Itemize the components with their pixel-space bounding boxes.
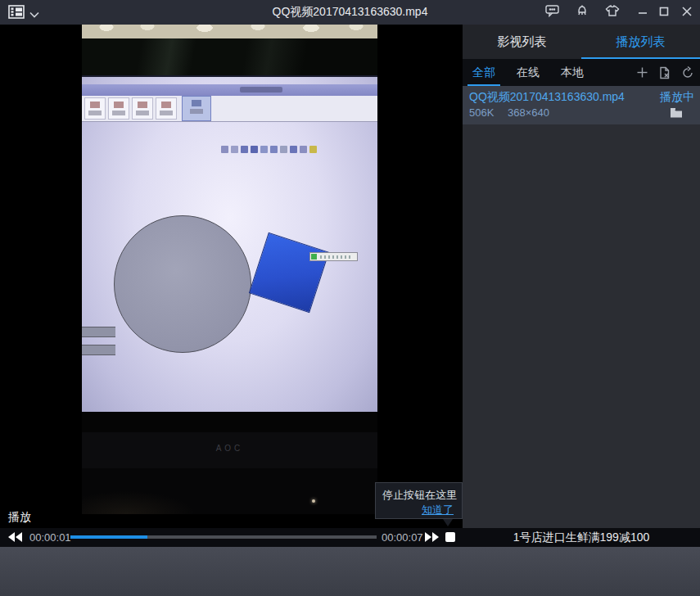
chevron-down-icon xyxy=(29,7,39,21)
app-menu[interactable] xyxy=(8,5,39,22)
playlist-item-title: QQ视频20170413163630.mp4 xyxy=(469,90,633,105)
refresh-button[interactable] xyxy=(680,65,695,80)
skin-button[interactable] xyxy=(603,2,622,22)
video-surface[interactable]: AOC xyxy=(82,25,377,514)
cad-gray-circle xyxy=(114,215,251,353)
pin-button[interactable] xyxy=(572,2,592,22)
monitor-screen xyxy=(82,77,377,412)
cad-mini-toolbar xyxy=(221,146,317,153)
close-icon xyxy=(682,5,692,20)
playlist-subtabs: 全部 在线 本地 xyxy=(463,59,700,86)
stop-hint-tooltip: 停止按钮在这里 知道了 xyxy=(375,482,463,519)
subtab-online[interactable]: 在线 xyxy=(515,61,541,85)
subtab-all[interactable]: 全部 xyxy=(471,61,497,85)
cad-toolbar-button-active xyxy=(182,96,211,121)
ad-marquee[interactable]: 1号店进口生鲜满199减100 xyxy=(463,531,700,545)
tab-movie-list[interactable]: 影视列表 xyxy=(463,25,581,59)
fast-forward-icon[interactable] xyxy=(424,531,440,546)
sidebar: 影视列表 播放列表 全部 在线 本地 xyxy=(463,25,700,528)
cad-app-title-text xyxy=(240,87,282,93)
tooltip-message: 停止按钮在这里 xyxy=(382,488,457,503)
message-bubble-icon xyxy=(545,4,559,20)
stop-button[interactable] xyxy=(445,532,455,542)
shirt-icon xyxy=(605,5,620,20)
tooltip-tail xyxy=(443,519,453,526)
video-desk-area xyxy=(82,468,377,514)
tooltip-confirm-link[interactable]: 知道了 xyxy=(422,503,454,517)
current-time: 00:00:01 xyxy=(29,531,71,544)
video-stage[interactable]: AOC xyxy=(0,25,463,528)
open-folder-icon[interactable] xyxy=(670,107,684,122)
cad-app-titlebar xyxy=(82,84,377,96)
progress-fill xyxy=(70,535,147,539)
player-window: QQ视频20170413163630.mp4 xyxy=(0,0,700,596)
rewind-icon[interactable] xyxy=(7,531,24,546)
cad-blue-square xyxy=(249,233,329,313)
cad-ruler-widget xyxy=(309,252,358,261)
seek-row: 00:00:01 00:00:07 1号店进口生鲜满199减100 xyxy=(0,528,700,547)
minimize-button[interactable] xyxy=(633,2,653,22)
sidebar-tabs: 影视列表 播放列表 xyxy=(463,25,700,59)
maximize-button[interactable] xyxy=(654,2,674,22)
tab-play-list[interactable]: 播放列表 xyxy=(581,25,700,59)
title-bar: QQ视频20170413163630.mp4 xyxy=(0,0,700,25)
total-time: 00:00:07 xyxy=(382,531,423,544)
bell-icon xyxy=(576,4,589,21)
playlist-item-resolution: 368×640 xyxy=(508,106,549,119)
window-title: QQ视频20170413163630.mp4 xyxy=(0,5,700,20)
maximize-icon xyxy=(659,5,669,20)
subtab-local[interactable]: 本地 xyxy=(559,61,585,85)
feedback-button[interactable] xyxy=(542,2,562,22)
cad-toolbar-button xyxy=(156,97,177,120)
video-wall-background xyxy=(82,25,377,38)
add-file-button[interactable] xyxy=(635,65,649,80)
playback-state-label: 播放 xyxy=(8,510,31,525)
cad-app-toolbar xyxy=(82,96,377,122)
cad-toolbar-button xyxy=(84,97,106,120)
close-button[interactable] xyxy=(677,2,697,22)
minimize-icon xyxy=(638,5,648,20)
cad-toolbar-button xyxy=(108,97,129,120)
monitor-brand-label: AOC xyxy=(82,444,377,453)
monitor-top-bezel xyxy=(82,38,377,77)
monitor-bottom-bezel: AOC xyxy=(82,432,377,468)
cad-toolbar-button xyxy=(132,97,153,120)
playlist-item-size: 506K xyxy=(469,106,494,119)
film-logo-icon xyxy=(8,5,25,22)
control-bar: 弹 xyxy=(0,547,700,596)
playlist-item[interactable]: QQ视频20170413163630.mp4 播放中 506K 368×640 xyxy=(463,86,700,124)
clear-list-button[interactable] xyxy=(657,65,672,80)
progress-bar[interactable] xyxy=(70,535,377,539)
desk-light-dot xyxy=(312,499,315,503)
playlist-item-status: 播放中 xyxy=(660,90,694,105)
